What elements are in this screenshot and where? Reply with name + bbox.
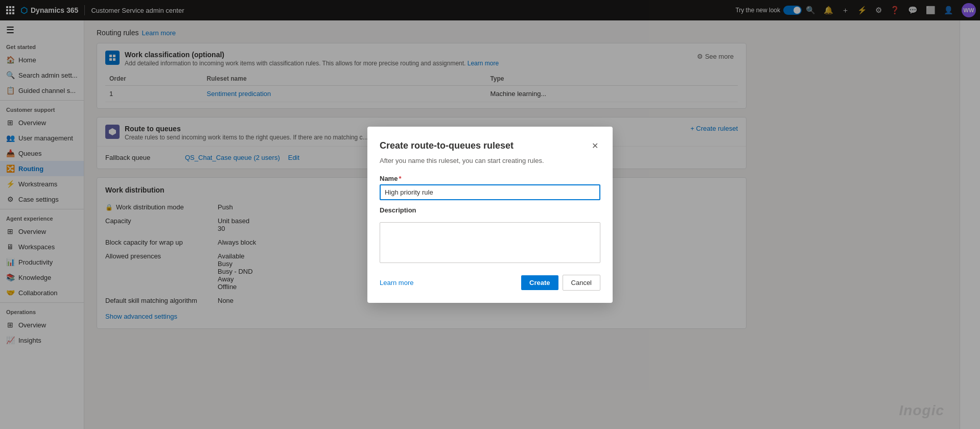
modal-cancel-button[interactable]: Cancel — [563, 275, 600, 291]
modal-name-label: Name* — [380, 175, 600, 182]
modal-header: Create route-to-queues ruleset ✕ — [380, 139, 600, 153]
modal-footer: Learn more Create Cancel — [380, 275, 600, 291]
modal-create-button[interactable]: Create — [521, 275, 558, 290]
modal-subtitle: After you name this ruleset, you can sta… — [380, 157, 600, 164]
modal-name-input[interactable] — [380, 184, 600, 200]
modal-description-label: Description — [380, 206, 600, 214]
modal-learn-more-link[interactable]: Learn more — [380, 279, 517, 287]
modal-overlay: Create route-to-queues ruleset ✕ After y… — [0, 0, 980, 429]
modal-description-input[interactable] — [380, 222, 600, 263]
modal-close-button[interactable]: ✕ — [590, 139, 600, 153]
modal-title: Create route-to-queues ruleset — [380, 140, 514, 151]
create-ruleset-modal: Create route-to-queues ruleset ✕ After y… — [367, 127, 613, 303]
